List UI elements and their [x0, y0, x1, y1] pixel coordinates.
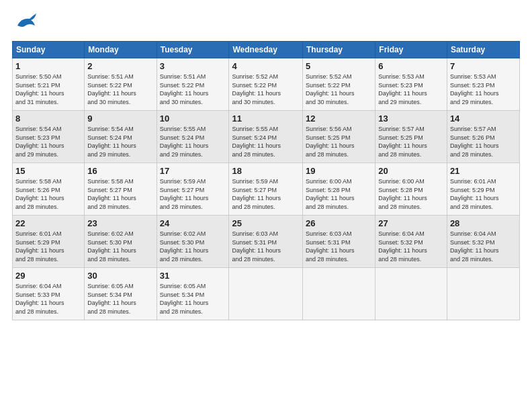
day-number: 30	[87, 271, 153, 281]
calendar-cell: 22 Sunrise: 6:01 AMSunset: 5:29 PMDaylig…	[13, 216, 85, 268]
weekday-header-thursday: Thursday	[303, 42, 375, 58]
calendar-cell: 28 Sunrise: 6:04 AMSunset: 5:32 PMDaylig…	[447, 216, 519, 268]
day-number: 8	[15, 113, 81, 124]
calendar-cell: 27 Sunrise: 6:04 AMSunset: 5:32 PMDaylig…	[375, 216, 447, 268]
weekday-header-sunday: Sunday	[13, 42, 85, 58]
calendar-cell: 15 Sunrise: 5:58 AMSunset: 5:26 PMDaylig…	[13, 163, 85, 216]
day-info: Sunrise: 5:53 AMSunset: 5:23 PMDaylight:…	[450, 73, 499, 105]
day-info: Sunrise: 5:53 AMSunset: 5:23 PMDaylight:…	[378, 73, 427, 105]
calendar-cell: 13 Sunrise: 5:57 AMSunset: 5:25 PMDaylig…	[375, 111, 447, 163]
day-number: 22	[15, 218, 81, 228]
day-number: 26	[306, 218, 372, 228]
day-info: Sunrise: 5:52 AMSunset: 5:22 PMDaylight:…	[232, 73, 281, 105]
day-number: 21	[450, 166, 517, 176]
calendar-cell	[375, 268, 447, 320]
day-info: Sunrise: 6:03 AMSunset: 5:31 PMDaylight:…	[232, 230, 281, 263]
calendar-cell: 16 Sunrise: 5:58 AMSunset: 5:27 PMDaylig…	[85, 163, 157, 216]
day-number: 18	[232, 166, 300, 176]
day-info: Sunrise: 5:58 AMSunset: 5:27 PMDaylight:…	[87, 178, 136, 210]
day-number: 14	[450, 113, 517, 124]
logo	[12, 12, 38, 36]
day-number: 15	[15, 166, 81, 176]
day-info: Sunrise: 5:51 AMSunset: 5:22 PMDaylight:…	[160, 73, 209, 105]
day-number: 25	[232, 218, 300, 228]
day-info: Sunrise: 6:00 AMSunset: 5:28 PMDaylight:…	[378, 178, 427, 210]
day-number: 10	[160, 113, 226, 124]
calendar-cell: 4 Sunrise: 5:52 AMSunset: 5:22 PMDayligh…	[229, 58, 303, 111]
weekday-header-monday: Monday	[85, 42, 157, 58]
calendar-cell: 30 Sunrise: 6:05 AMSunset: 5:34 PMDaylig…	[85, 268, 157, 320]
day-number: 5	[306, 61, 372, 71]
weekday-header-friday: Friday	[375, 42, 447, 58]
calendar-table: SundayMondayTuesdayWednesdayThursdayFrid…	[12, 41, 520, 320]
calendar-cell: 6 Sunrise: 5:53 AMSunset: 5:23 PMDayligh…	[375, 58, 447, 111]
day-number: 1	[15, 61, 81, 71]
calendar-week-2: 8 Sunrise: 5:54 AMSunset: 5:23 PMDayligh…	[13, 111, 520, 163]
day-number: 13	[378, 113, 444, 124]
weekday-header-wednesday: Wednesday	[229, 42, 303, 58]
day-number: 23	[87, 218, 153, 228]
day-number: 4	[232, 61, 300, 71]
day-number: 6	[378, 61, 444, 71]
calendar-cell: 24 Sunrise: 6:02 AMSunset: 5:30 PMDaylig…	[157, 216, 229, 268]
day-info: Sunrise: 5:56 AMSunset: 5:25 PMDaylight:…	[306, 126, 355, 158]
calendar-cell: 11 Sunrise: 5:55 AMSunset: 5:24 PMDaylig…	[229, 111, 303, 163]
day-info: Sunrise: 5:57 AMSunset: 5:26 PMDaylight:…	[450, 126, 499, 158]
weekday-header-tuesday: Tuesday	[157, 42, 229, 58]
calendar-cell: 7 Sunrise: 5:53 AMSunset: 5:23 PMDayligh…	[447, 58, 519, 111]
day-info: Sunrise: 5:59 AMSunset: 5:27 PMDaylight:…	[232, 178, 281, 210]
day-number: 16	[87, 166, 153, 176]
day-number: 29	[15, 271, 81, 281]
day-info: Sunrise: 5:57 AMSunset: 5:25 PMDaylight:…	[378, 126, 427, 158]
day-info: Sunrise: 5:59 AMSunset: 5:27 PMDaylight:…	[160, 178, 209, 210]
day-info: Sunrise: 6:04 AMSunset: 5:32 PMDaylight:…	[378, 230, 427, 263]
day-number: 11	[232, 113, 300, 124]
day-info: Sunrise: 6:05 AMSunset: 5:34 PMDaylight:…	[160, 283, 209, 315]
calendar-cell: 1 Sunrise: 5:50 AMSunset: 5:21 PMDayligh…	[13, 58, 85, 111]
calendar-week-5: 29 Sunrise: 6:04 AMSunset: 5:33 PMDaylig…	[13, 268, 520, 320]
calendar-cell: 25 Sunrise: 6:03 AMSunset: 5:31 PMDaylig…	[229, 216, 303, 268]
logo-bird-icon	[16, 12, 38, 36]
day-info: Sunrise: 5:54 AMSunset: 5:23 PMDaylight:…	[15, 126, 64, 158]
header	[12, 12, 520, 36]
calendar-cell: 23 Sunrise: 6:02 AMSunset: 5:30 PMDaylig…	[85, 216, 157, 268]
weekday-header-saturday: Saturday	[447, 42, 519, 58]
calendar-cell: 18 Sunrise: 5:59 AMSunset: 5:27 PMDaylig…	[229, 163, 303, 216]
day-info: Sunrise: 5:58 AMSunset: 5:26 PMDaylight:…	[15, 178, 64, 210]
calendar-cell: 21 Sunrise: 6:01 AMSunset: 5:29 PMDaylig…	[447, 163, 519, 216]
day-info: Sunrise: 6:04 AMSunset: 5:32 PMDaylight:…	[450, 230, 499, 263]
day-info: Sunrise: 6:01 AMSunset: 5:29 PMDaylight:…	[450, 178, 499, 210]
day-number: 24	[160, 218, 226, 228]
day-number: 12	[306, 113, 372, 124]
day-number: 9	[87, 113, 153, 124]
day-number: 2	[87, 61, 153, 71]
day-info: Sunrise: 5:54 AMSunset: 5:24 PMDaylight:…	[87, 126, 136, 158]
day-number: 20	[378, 166, 444, 176]
day-info: Sunrise: 6:04 AMSunset: 5:33 PMDaylight:…	[15, 283, 64, 315]
day-info: Sunrise: 5:55 AMSunset: 5:24 PMDaylight:…	[232, 126, 281, 158]
calendar-week-4: 22 Sunrise: 6:01 AMSunset: 5:29 PMDaylig…	[13, 216, 520, 268]
calendar-cell: 10 Sunrise: 5:55 AMSunset: 5:24 PMDaylig…	[157, 111, 229, 163]
day-info: Sunrise: 6:02 AMSunset: 5:30 PMDaylight:…	[160, 230, 209, 263]
day-number: 28	[450, 218, 517, 228]
day-number: 31	[160, 271, 226, 281]
day-number: 7	[450, 61, 517, 71]
calendar-cell: 17 Sunrise: 5:59 AMSunset: 5:27 PMDaylig…	[157, 163, 229, 216]
calendar-cell: 2 Sunrise: 5:51 AMSunset: 5:22 PMDayligh…	[85, 58, 157, 111]
day-number: 19	[306, 166, 372, 176]
day-info: Sunrise: 6:05 AMSunset: 5:34 PMDaylight:…	[87, 283, 136, 315]
page: SundayMondayTuesdayWednesdayThursdayFrid…	[0, 0, 532, 327]
day-number: 27	[378, 218, 444, 228]
day-info: Sunrise: 5:55 AMSunset: 5:24 PMDaylight:…	[160, 126, 209, 158]
day-info: Sunrise: 6:02 AMSunset: 5:30 PMDaylight:…	[87, 230, 136, 263]
day-info: Sunrise: 6:03 AMSunset: 5:31 PMDaylight:…	[306, 230, 355, 263]
calendar-cell: 8 Sunrise: 5:54 AMSunset: 5:23 PMDayligh…	[13, 111, 85, 163]
day-info: Sunrise: 5:51 AMSunset: 5:22 PMDaylight:…	[87, 73, 136, 105]
calendar-cell: 5 Sunrise: 5:52 AMSunset: 5:22 PMDayligh…	[303, 58, 375, 111]
day-info: Sunrise: 6:00 AMSunset: 5:28 PMDaylight:…	[306, 178, 355, 210]
calendar-week-1: 1 Sunrise: 5:50 AMSunset: 5:21 PMDayligh…	[13, 58, 520, 111]
calendar-cell	[229, 268, 303, 320]
calendar-week-3: 15 Sunrise: 5:58 AMSunset: 5:26 PMDaylig…	[13, 163, 520, 216]
day-info: Sunrise: 6:01 AMSunset: 5:29 PMDaylight:…	[15, 230, 64, 263]
calendar-cell: 19 Sunrise: 6:00 AMSunset: 5:28 PMDaylig…	[303, 163, 375, 216]
